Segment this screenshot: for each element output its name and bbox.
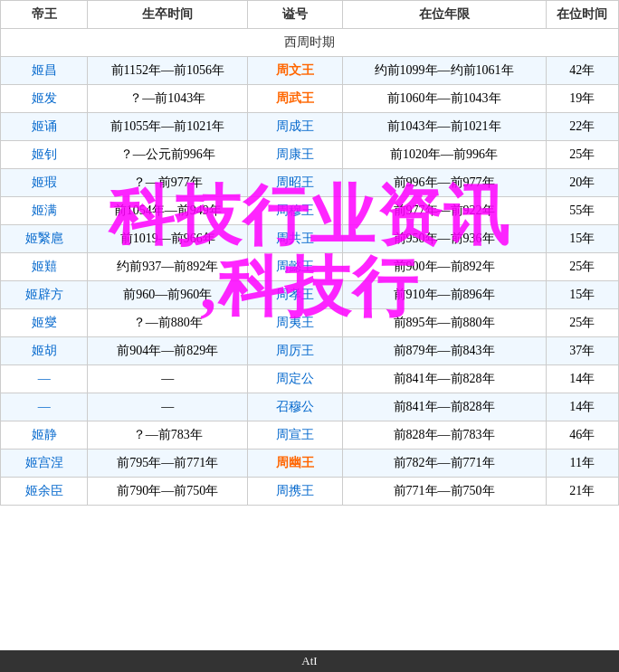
duration-cell: 20年 [546, 169, 618, 197]
col-duration: 在位时间 [546, 1, 618, 29]
title-cell: 周穆王 [248, 197, 342, 225]
bottom-text: AtI [301, 654, 317, 667]
title-cell: 周成王 [248, 113, 342, 141]
duration-cell: 19年 [546, 85, 618, 113]
emperor-cell: 姬燮 [1, 309, 88, 337]
title-cell: 周文王 [248, 57, 342, 85]
reign-years-cell: 前910年—前896年 [342, 281, 546, 309]
reign-years-cell: 前950年—前936年 [342, 225, 546, 253]
table-row: 姬囏约前937—前892年周懿王前900年—前892年25年 [1, 253, 619, 281]
life-cell: 前904年—前829年 [88, 337, 248, 365]
life-cell: 前960—前960年 [88, 281, 248, 309]
title-cell: 召穆公 [248, 393, 342, 421]
col-emperor: 帝王 [1, 1, 88, 29]
emperor-cell: — [1, 365, 88, 393]
reign-years-cell: 前841年—前828年 [342, 365, 546, 393]
bottom-bar: AtI [0, 650, 619, 672]
life-cell: ？—前1043年 [88, 85, 248, 113]
table-row: 姬满前1054年—前949年周穆王前977年—前922年55年 [1, 197, 619, 225]
life-cell: 前795年—前771年 [88, 450, 248, 478]
table-row: ——周定公前841年—前828年14年 [1, 365, 619, 393]
life-cell: 前1019—前966年 [88, 225, 248, 253]
life-cell: 前790年—前750年 [88, 478, 248, 506]
emperor-cell: 姬满 [1, 197, 88, 225]
title-cell: 周懿王 [248, 253, 342, 281]
life-cell: 前1054年—前949年 [88, 197, 248, 225]
table-row: 姬余臣前790年—前750年周携王前771年—前750年21年 [1, 478, 619, 506]
emperor-cell: 姬静 [1, 421, 88, 450]
life-cell: ？—前977年 [88, 169, 248, 197]
life-cell: 约前937—前892年 [88, 253, 248, 281]
table-row: 姬瑕？—前977年周昭王前996年—前977年20年 [1, 169, 619, 197]
title-cell: 周携王 [248, 478, 342, 506]
title-cell: 周孝王 [248, 281, 342, 309]
duration-cell: 25年 [546, 253, 618, 281]
reign-years-cell: 前895年—前880年 [342, 309, 546, 337]
life-cell: 前1152年—前1056年 [88, 57, 248, 85]
col-reign-years: 在位年限 [342, 1, 546, 29]
col-title: 谥号 [248, 1, 342, 29]
duration-cell: 55年 [546, 197, 618, 225]
duration-cell: 25年 [546, 309, 618, 337]
duration-cell: 15年 [546, 225, 618, 253]
table-row: 姬发？—前1043年周武王前1060年—前1043年19年 [1, 85, 619, 113]
emperor-cell: 姬昌 [1, 57, 88, 85]
title-cell: 周定公 [248, 365, 342, 393]
table-row: 姬静？—前783年周宣王前828年—前783年46年 [1, 421, 619, 450]
emperor-cell: — [1, 393, 88, 421]
title-cell: 周武王 [248, 85, 342, 113]
title-cell: 周昭王 [248, 169, 342, 197]
title-cell: 周共王 [248, 225, 342, 253]
life-cell: — [88, 393, 248, 421]
reign-years-cell: 前996年—前977年 [342, 169, 546, 197]
emperor-cell: 姬余臣 [1, 478, 88, 506]
table-row: 姬辟方前960—前960年周孝王前910年—前896年15年 [1, 281, 619, 309]
dynasty-table: 帝王 生卒时间 谥号 在位年限 在位时间 西周时期 姬昌前1152年—前1056… [0, 0, 619, 506]
reign-years-cell: 前841年—前828年 [342, 393, 546, 421]
reign-years-cell: 前900年—前892年 [342, 253, 546, 281]
table-row: 姬胡前904年—前829年周厉王前879年—前843年37年 [1, 337, 619, 365]
emperor-cell: 姬钊 [1, 141, 88, 169]
table-header-row: 帝王 生卒时间 谥号 在位年限 在位时间 [1, 1, 619, 29]
reign-years-cell: 前782年—前771年 [342, 450, 546, 478]
emperor-cell: 姬诵 [1, 113, 88, 141]
reign-years-cell: 前879年—前843年 [342, 337, 546, 365]
duration-cell: 22年 [546, 113, 618, 141]
title-cell: 周厉王 [248, 337, 342, 365]
table-row: 姬诵前1055年—前1021年周成王前1043年—前1021年22年 [1, 113, 619, 141]
reign-years-cell: 前1060年—前1043年 [342, 85, 546, 113]
duration-cell: 14年 [546, 393, 618, 421]
emperor-cell: 姬囏 [1, 253, 88, 281]
life-cell: — [88, 365, 248, 393]
table-row: 姬昌前1152年—前1056年周文王约前1099年—约前1061年42年 [1, 57, 619, 85]
title-cell: 周宣王 [248, 421, 342, 450]
emperor-cell: 姬宫涅 [1, 450, 88, 478]
emperor-cell: 姬发 [1, 85, 88, 113]
duration-cell: 25年 [546, 141, 618, 169]
col-life: 生卒时间 [88, 1, 248, 29]
period-header-row: 西周时期 [1, 29, 619, 57]
emperor-cell: 姬繄扈 [1, 225, 88, 253]
duration-cell: 11年 [546, 450, 618, 478]
table-row: 姬燮？—前880年周夷王前895年—前880年25年 [1, 309, 619, 337]
life-cell: 前1055年—前1021年 [88, 113, 248, 141]
emperor-cell: 姬辟方 [1, 281, 88, 309]
emperor-cell: 姬瑕 [1, 169, 88, 197]
table-row: 姬宫涅前795年—前771年周幽王前782年—前771年11年 [1, 450, 619, 478]
reign-years-cell: 前977年—前922年 [342, 197, 546, 225]
duration-cell: 15年 [546, 281, 618, 309]
title-cell: 周康王 [248, 141, 342, 169]
life-cell: ？—前783年 [88, 421, 248, 450]
duration-cell: 46年 [546, 421, 618, 450]
period-label: 西周时期 [1, 29, 619, 57]
reign-years-cell: 前828年—前783年 [342, 421, 546, 450]
emperor-cell: 姬胡 [1, 337, 88, 365]
life-cell: ？—前880年 [88, 309, 248, 337]
duration-cell: 42年 [546, 57, 618, 85]
reign-years-cell: 前1043年—前1021年 [342, 113, 546, 141]
duration-cell: 37年 [546, 337, 618, 365]
reign-years-cell: 前771年—前750年 [342, 478, 546, 506]
reign-years-cell: 约前1099年—约前1061年 [342, 57, 546, 85]
title-cell: 周夷王 [248, 309, 342, 337]
life-cell: ？—公元前996年 [88, 141, 248, 169]
